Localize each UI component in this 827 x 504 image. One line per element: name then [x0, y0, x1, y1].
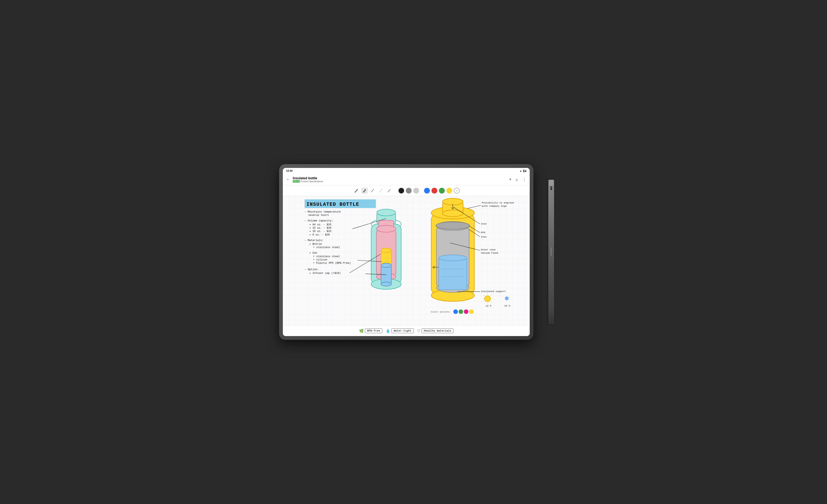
- svg-text:✦ Bottle: ✦ Bottle: [309, 242, 322, 245]
- svg-text:– Maintains temperature: – Maintains temperature: [304, 210, 341, 213]
- svg-text:12 h: 12 h: [486, 304, 491, 307]
- back-button[interactable]: ←: [286, 177, 290, 182]
- bottom-bar: 🌿 BPA-free 💧 Water-tight ♡ Healthy mater…: [283, 325, 530, 336]
- svg-point-53: [442, 210, 463, 217]
- svg-point-48: [439, 255, 467, 261]
- more-button[interactable]: ⋮: [522, 177, 526, 182]
- svg-text:several hours: several hours: [308, 214, 329, 217]
- stylus: Lenovo: [548, 180, 554, 324]
- plant-icon: 🌿: [359, 329, 364, 333]
- svg-text:✦ Can: ✦ Can: [309, 251, 317, 255]
- svg-text:– Materials:: – Materials:: [304, 239, 323, 242]
- svg-line-77: [491, 295, 491, 295]
- color-blue[interactable]: [424, 188, 430, 193]
- svg-point-33: [381, 282, 392, 286]
- device-wrapper: 12:34 ▲ ▐ ▮ ← Insulated bottle EN-US Pro…: [279, 162, 548, 342]
- water-tight-badge: 💧 Water-tight: [386, 328, 414, 333]
- heart-icon: ♡: [417, 329, 420, 333]
- svg-line-0: [357, 189, 358, 189]
- app-header: ← Insulated bottle EN-US Product Specifi…: [283, 174, 530, 185]
- svg-line-74: [484, 295, 484, 295]
- search-button[interactable]: ⌕: [516, 177, 518, 182]
- svg-text:• stainless steel: • stainless steel: [313, 255, 340, 258]
- healthy-materials-label: Healthy materials: [422, 328, 454, 333]
- svg-text:PP5: PP5: [481, 231, 485, 234]
- color-black[interactable]: [398, 188, 404, 193]
- bpa-free-badge: 🌿 BPA-free: [359, 328, 382, 333]
- tablet-body: 12:34 ▲ ▐ ▮ ← Insulated bottle EN-US Pro…: [279, 164, 533, 340]
- color-add-button[interactable]: +: [454, 188, 459, 193]
- stylus-brand-label: Lenovo: [550, 248, 552, 256]
- svg-text:Vacuum flask: Vacuum flask: [481, 251, 498, 255]
- healthy-materials-badge: ♡ Healthy materials: [417, 328, 454, 333]
- pen-tool-4[interactable]: [378, 187, 384, 194]
- svg-text:with company logo: with company logo: [482, 205, 507, 208]
- status-time: 12:34: [286, 169, 293, 172]
- svg-point-84: [464, 310, 469, 314]
- svg-point-83: [458, 310, 463, 314]
- svg-text:Possibility to engrave: Possibility to engrave: [482, 202, 514, 204]
- svg-point-69: [484, 296, 490, 302]
- header-title-group: Insulated bottle EN-US Product Specifica…: [293, 176, 509, 183]
- stylus-top: [549, 180, 553, 186]
- header-subtitle-text: Product Specifications: [301, 180, 323, 183]
- svg-line-75: [491, 302, 491, 303]
- svg-text:Inox: Inox: [481, 235, 487, 238]
- svg-point-85: [469, 310, 474, 314]
- svg-text:INSULATED BOTTLE: INSULATED BOTTLE: [306, 202, 359, 207]
- pen-tool-2[interactable]: [361, 187, 368, 194]
- svg-text:Outer case: Outer case: [481, 248, 496, 251]
- svg-text:✦ 16 oz. – $25: ✦ 16 oz. – $25: [309, 230, 331, 233]
- svg-point-82: [453, 310, 458, 314]
- status-bar: 12:34 ▲ ▐ ▮: [283, 168, 530, 174]
- wifi-icon: ▲: [520, 170, 522, 172]
- svg-text:✦ 8 oz. – $20: ✦ 8 oz. – $20: [309, 233, 330, 236]
- svg-text:✦ Infuser cap (+$10): ✦ Infuser cap (+$10): [309, 272, 341, 275]
- pen-tool-5[interactable]: [386, 187, 393, 194]
- signal-icon: ▐: [523, 170, 524, 172]
- header-title: Insulated bottle: [293, 176, 509, 180]
- water-icon: 💧: [386, 329, 390, 333]
- svg-text:– Volume capacity:: – Volume capacity:: [304, 219, 333, 222]
- pen-tool-3[interactable]: [370, 187, 376, 194]
- svg-text:– Option:: – Option:: [304, 268, 319, 271]
- svg-point-26: [377, 225, 396, 232]
- svg-text:• silicon: • silicon: [313, 258, 327, 261]
- color-gray[interactable]: [406, 188, 411, 193]
- lang-badge: EN-US: [293, 180, 300, 183]
- svg-text:• stainless steel: • stainless steel: [313, 246, 340, 249]
- header-subtitle: EN-US Product Specifications: [293, 180, 509, 183]
- battery-icon: ▮: [525, 170, 526, 172]
- tablet-screen: 12:34 ▲ ▐ ▮ ← Insulated bottle EN-US Pro…: [283, 168, 530, 336]
- svg-text:Insulated support: Insulated support: [481, 290, 506, 293]
- svg-text:❄: ❄: [504, 295, 509, 302]
- svg-text:Inox: Inox: [481, 222, 487, 225]
- svg-line-76: [484, 302, 484, 303]
- color-light-gray[interactable]: [413, 188, 419, 193]
- main-content: INSULATED BOTTLE – Maintains temperature…: [283, 196, 530, 325]
- svg-text:Color options: Color options: [431, 311, 450, 313]
- svg-point-23: [377, 209, 396, 216]
- status-icons: ▲ ▐ ▮: [520, 170, 526, 172]
- stylus-tip: [550, 186, 552, 190]
- bpa-free-label: BPA-free: [365, 328, 382, 333]
- svg-point-55: [436, 222, 470, 229]
- svg-text:• Plastic PP5 (BPA-free): • Plastic PP5 (BPA-free): [313, 262, 351, 265]
- color-green[interactable]: [439, 188, 445, 193]
- svg-point-32: [381, 263, 392, 268]
- color-red[interactable]: [432, 188, 437, 193]
- toolbar: +: [283, 185, 530, 196]
- color-yellow[interactable]: [446, 188, 452, 193]
- svg-text:✦ 32 oz. – $30: ✦ 32 oz. – $30: [309, 226, 331, 229]
- water-tight-label: Water-tight: [391, 328, 414, 333]
- svg-point-29: [381, 248, 392, 253]
- svg-text:✦ 64 oz. – $35: ✦ 64 oz. – $35: [309, 223, 331, 226]
- svg-text:24 h: 24 h: [504, 304, 510, 307]
- pen-tool-1[interactable]: [353, 187, 359, 194]
- add-button[interactable]: +: [509, 177, 512, 182]
- main-drawing: INSULATED BOTTLE – Maintains temperature…: [283, 196, 530, 325]
- canvas-area[interactable]: INSULATED BOTTLE – Maintains temperature…: [283, 196, 530, 325]
- svg-rect-47: [439, 258, 467, 290]
- header-actions: + ⌕ ⋮: [509, 177, 526, 182]
